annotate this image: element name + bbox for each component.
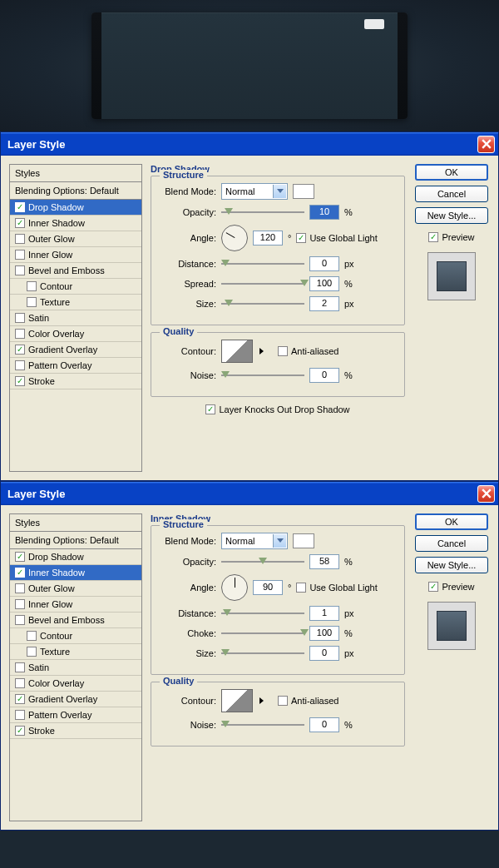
style-checkbox[interactable] <box>15 250 25 260</box>
angle-input[interactable]: 120 <box>253 231 283 246</box>
preview-checkbox[interactable]: Preview <box>428 582 474 592</box>
style-checkbox[interactable] <box>15 583 25 593</box>
angle-input[interactable]: 90 <box>253 580 283 595</box>
style-item[interactable]: Pattern Overlay <box>10 707 141 723</box>
cancel-button[interactable]: Cancel <box>415 535 488 552</box>
style-item[interactable]: Contour <box>10 628 141 644</box>
new-style-button[interactable]: New Style... <box>415 207 488 224</box>
noise-slider[interactable] <box>221 374 304 376</box>
new-style-button[interactable]: New Style... <box>415 557 488 573</box>
style-checkbox[interactable] <box>15 662 25 672</box>
style-item[interactable]: Inner Shadow <box>10 565 141 581</box>
spread-choke-input[interactable]: 100 <box>309 276 339 291</box>
global-light-checkbox[interactable]: Use Global Light <box>296 233 377 243</box>
anti-aliased-checkbox[interactable]: Anti-aliased <box>278 346 338 356</box>
style-item[interactable]: Outer Glow <box>10 581 141 597</box>
style-checkbox[interactable] <box>15 568 25 578</box>
blend-mode-select[interactable]: Normal <box>221 183 288 200</box>
style-checkbox[interactable] <box>15 694 25 704</box>
size-input[interactable]: 0 <box>309 646 339 661</box>
cancel-button[interactable]: Cancel <box>415 186 488 202</box>
spread-choke-input[interactable]: 100 <box>309 626 339 641</box>
style-item[interactable]: Contour <box>10 279 141 295</box>
style-item[interactable]: Color Overlay <box>10 326 141 342</box>
blending-options-row[interactable]: Blending Options: Default <box>10 182 141 200</box>
style-item[interactable]: Gradient Overlay <box>10 342 141 358</box>
slider-thumb[interactable] <box>221 721 230 727</box>
spread-choke-slider[interactable] <box>221 283 304 285</box>
style-item[interactable]: Drop Shadow <box>10 549 141 565</box>
slider-thumb[interactable] <box>259 558 267 564</box>
style-item[interactable]: Bevel and Emboss <box>10 613 141 628</box>
slider-thumb[interactable] <box>221 649 230 656</box>
distance-slider[interactable] <box>221 263 304 265</box>
style-item[interactable]: Texture <box>10 644 141 660</box>
size-slider[interactable] <box>221 303 304 305</box>
style-item[interactable]: Texture <box>10 295 141 310</box>
spread-choke-slider[interactable] <box>221 632 304 634</box>
slider-thumb[interactable] <box>221 260 230 266</box>
close-button[interactable] <box>477 485 495 503</box>
styles-header[interactable]: Styles <box>10 165 141 182</box>
slider-thumb[interactable] <box>300 280 309 286</box>
style-item[interactable]: Inner Shadow <box>10 216 141 231</box>
opacity-slider[interactable] <box>221 211 304 213</box>
noise-slider[interactable] <box>221 724 304 726</box>
style-item[interactable]: Stroke <box>10 723 141 739</box>
slider-thumb[interactable] <box>300 629 309 636</box>
angle-dial[interactable] <box>221 574 248 601</box>
slider-thumb[interactable] <box>223 609 231 616</box>
preview-checkbox[interactable]: Preview <box>428 232 474 242</box>
styles-header[interactable]: Styles <box>10 514 141 532</box>
style-checkbox[interactable] <box>15 726 25 736</box>
style-item[interactable]: Bevel and Emboss <box>10 263 141 279</box>
style-checkbox[interactable] <box>27 631 37 641</box>
style-checkbox[interactable] <box>15 678 25 688</box>
style-checkbox[interactable] <box>27 297 37 307</box>
style-checkbox[interactable] <box>15 265 25 275</box>
knockout-checkbox[interactable]: Layer Knocks Out Drop Shadow <box>205 404 349 414</box>
style-checkbox[interactable] <box>15 615 25 625</box>
ok-button[interactable]: OK <box>415 164 488 181</box>
global-light-checkbox[interactable]: Use Global Light <box>296 583 377 593</box>
blending-options-row[interactable]: Blending Options: Default <box>10 532 141 549</box>
style-checkbox[interactable] <box>27 281 37 291</box>
style-item[interactable]: Drop Shadow <box>10 200 141 216</box>
contour-picker[interactable] <box>221 340 253 363</box>
opacity-slider[interactable] <box>221 561 304 563</box>
angle-dial[interactable] <box>221 225 248 251</box>
contour-picker[interactable] <box>221 689 253 712</box>
opacity-input[interactable]: 10 <box>309 205 339 220</box>
style-item[interactable]: Satin <box>10 660 141 676</box>
shadow-color-swatch[interactable] <box>293 184 314 199</box>
style-item[interactable]: Gradient Overlay <box>10 692 141 707</box>
ok-button[interactable]: OK <box>415 513 488 530</box>
slider-thumb[interactable] <box>221 371 230 378</box>
style-checkbox[interactable] <box>15 376 25 386</box>
distance-slider[interactable] <box>221 613 304 614</box>
style-checkbox[interactable] <box>15 234 25 244</box>
style-item[interactable]: Inner Glow <box>10 247 141 263</box>
distance-input[interactable]: 0 <box>309 256 339 271</box>
size-input[interactable]: 2 <box>309 296 339 311</box>
style-item[interactable]: Stroke <box>10 374 141 389</box>
noise-input[interactable]: 0 <box>309 368 339 383</box>
style-item[interactable]: Outer Glow <box>10 231 141 247</box>
shadow-color-swatch[interactable] <box>293 533 314 548</box>
blend-mode-select[interactable]: Normal <box>221 533 288 549</box>
style-checkbox[interactable] <box>15 360 25 370</box>
style-item[interactable]: Pattern Overlay <box>10 358 141 374</box>
style-checkbox[interactable] <box>15 218 25 228</box>
close-button[interactable] <box>477 136 495 153</box>
style-checkbox[interactable] <box>15 313 25 323</box>
style-checkbox[interactable] <box>15 345 25 355</box>
style-checkbox[interactable] <box>27 647 37 657</box>
style-checkbox[interactable] <box>15 710 25 720</box>
style-checkbox[interactable] <box>15 329 25 339</box>
slider-thumb[interactable] <box>225 300 233 306</box>
opacity-input[interactable]: 58 <box>309 554 339 569</box>
size-slider[interactable] <box>221 652 304 654</box>
noise-input[interactable]: 0 <box>309 717 339 732</box>
style-checkbox[interactable] <box>15 599 25 609</box>
style-item[interactable]: Color Overlay <box>10 676 141 692</box>
